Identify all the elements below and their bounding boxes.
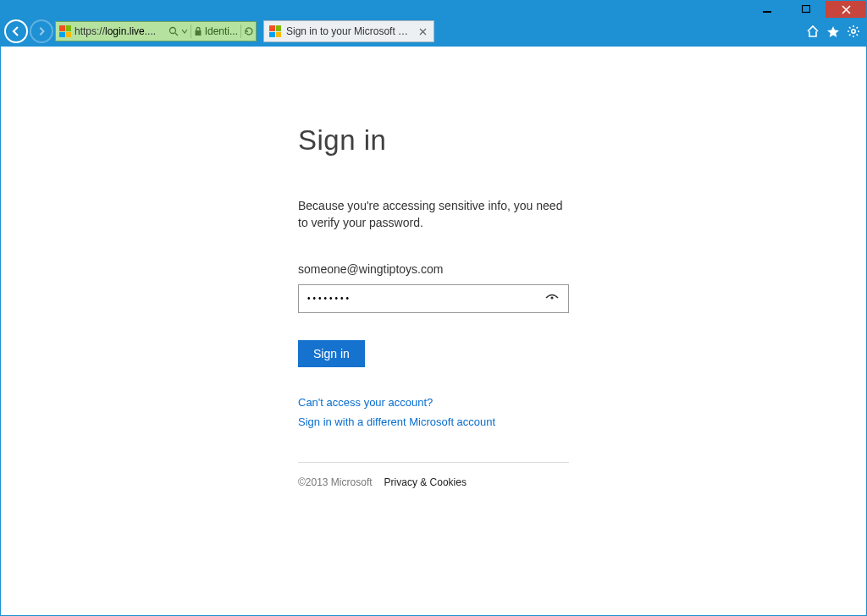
- maximize-button[interactable]: [787, 1, 826, 18]
- signin-button[interactable]: Sign in: [298, 340, 365, 367]
- microsoft-favicon-icon: [59, 25, 71, 37]
- identity-label: Identi...: [205, 25, 238, 37]
- page-heading: Sign in: [298, 124, 569, 157]
- svg-rect-1: [803, 6, 810, 13]
- browser-toolbar: https://login.live.... Identi... Sign in…: [1, 19, 866, 47]
- tools-gear-icon[interactable]: [844, 22, 863, 41]
- verify-message: Because you're accessing sensitive info,…: [298, 197, 569, 232]
- copyright-text: ©2013 Microsoft: [298, 476, 373, 488]
- page-viewport: Sign in Because you're accessing sensiti…: [1, 47, 866, 615]
- svg-line-11: [857, 35, 859, 36]
- refresh-icon[interactable]: [244, 26, 254, 36]
- back-button[interactable]: [4, 19, 28, 43]
- forward-button[interactable]: [30, 19, 53, 43]
- close-button[interactable]: [826, 1, 866, 18]
- browser-tab[interactable]: Sign in to your Microsoft ac...: [263, 20, 434, 42]
- tab-title: Sign in to your Microsoft ac...: [286, 25, 411, 37]
- svg-rect-4: [195, 30, 201, 36]
- svg-point-2: [169, 28, 175, 34]
- favorites-icon[interactable]: [824, 22, 842, 41]
- url-text: https://login.live....: [75, 25, 165, 37]
- microsoft-favicon-icon: [269, 25, 281, 37]
- tab-close-icon[interactable]: [417, 25, 428, 37]
- svg-line-13: [857, 27, 859, 29]
- svg-line-12: [849, 35, 851, 36]
- address-bar-controls: Identi...: [168, 25, 254, 38]
- password-masked-value: ••••••••: [307, 294, 351, 303]
- svg-point-5: [852, 30, 855, 33]
- cant-access-link[interactable]: Can't access your account?: [298, 396, 569, 409]
- svg-line-10: [849, 27, 851, 29]
- reveal-password-icon[interactable]: [541, 285, 563, 312]
- email-display: someone@wingtiptoys.com: [298, 262, 569, 276]
- svg-point-14: [550, 296, 553, 299]
- ie-window: https://login.live.... Identi... Sign in…: [0, 0, 867, 616]
- address-bar[interactable]: https://login.live.... Identi...: [55, 21, 257, 41]
- different-account-link[interactable]: Sign in with a different Microsoft accou…: [298, 415, 569, 428]
- search-icon[interactable]: [168, 26, 179, 36]
- privacy-link[interactable]: Privacy & Cookies: [384, 476, 467, 488]
- password-field[interactable]: ••••••••: [298, 284, 569, 313]
- page-footer: ©2013 Microsoft Privacy & Cookies: [298, 462, 569, 488]
- svg-rect-0: [763, 11, 771, 13]
- signin-form: Sign in Because you're accessing sensiti…: [298, 124, 569, 488]
- minimize-button[interactable]: [748, 1, 787, 18]
- window-titlebar: [1, 1, 866, 19]
- home-icon[interactable]: [803, 22, 822, 41]
- lock-icon: [194, 26, 202, 36]
- svg-line-3: [175, 33, 178, 36]
- dropdown-icon[interactable]: [181, 28, 188, 35]
